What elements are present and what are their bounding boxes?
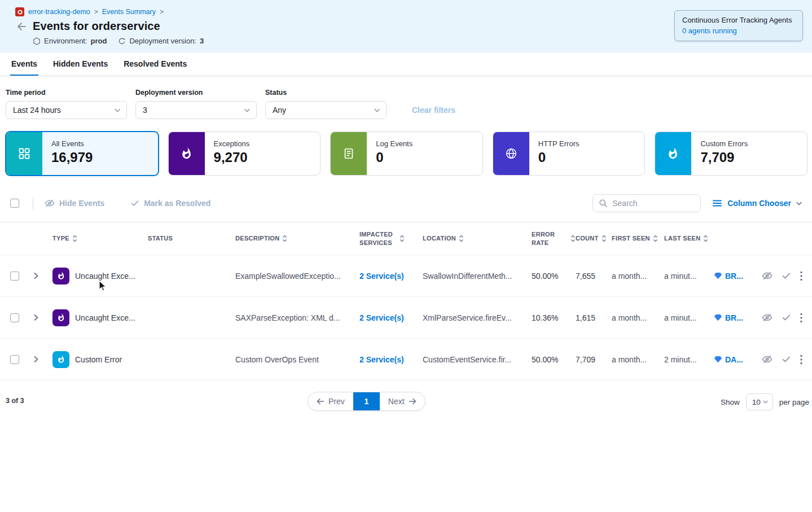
event-stat-cards: All Events 16,979 Exceptions 9,270 Log E… [6,132,807,176]
row-actions [758,270,812,281]
breadcrumb-events-summary-link[interactable]: Events Summary [102,8,156,16]
card-exceptions[interactable]: Exceptions 9,270 [168,132,321,176]
column-header-impacted-services[interactable]: IMPACTED SERVICES [359,230,423,247]
page-title: Events for orderservice [33,20,160,33]
next-page-button[interactable]: Next [380,392,425,410]
row-actions [758,354,812,365]
tab-events[interactable]: Events [10,52,38,76]
card-http-errors[interactable]: HTTP Errors 0 [493,132,646,176]
mark-resolved-button[interactable]: Mark as Resolved [130,199,210,208]
table-row[interactable]: Uncaught Exce... SAXParseException: XML … [0,297,812,339]
arrow-right-icon [409,398,416,405]
row-checkbox[interactable] [10,313,19,322]
version-link[interactable]: DA... [714,355,758,364]
environment-label: Environment: [44,37,87,45]
chevron-down-icon [115,108,120,112]
sort-icon [400,235,405,242]
error-rate-cell: 50.00% [532,355,576,364]
version-link[interactable]: BR... [714,272,758,281]
toolbar-divider [33,197,33,209]
time-period-filter: Time period Last 24 hours [6,89,127,119]
status-filter: Status Any [265,89,387,119]
page-size-select[interactable]: 10 [746,393,773,410]
event-type-cell: Uncaught Exce... [47,309,148,326]
tab-resolved-events[interactable]: Resolved Events [122,52,188,76]
time-period-select[interactable]: Last 24 hours [6,101,127,119]
deployment-version-label: Deployment version [135,89,257,97]
column-header-description[interactable]: DESCRIPTION [235,234,359,242]
kebab-menu-icon[interactable] [800,355,802,365]
column-header-status: STATUS [148,234,235,242]
row-checkbox[interactable] [10,355,19,364]
expand-chevron-icon[interactable] [30,353,47,365]
row-checkbox[interactable] [10,272,19,281]
tab-hidden-events[interactable]: Hidden Events [52,52,109,76]
column-chooser-button[interactable]: Column Chooser [712,198,802,208]
status-select[interactable]: Any [265,101,387,119]
pagination-bar: 3 of 3 Prev 1 Next Show 10 per page [0,392,812,414]
column-header-last-seen[interactable]: LAST SEEN [664,234,714,242]
time-period-label: Time period [6,89,127,97]
status-label: Status [265,89,387,97]
column-header-count[interactable]: COUNT [576,234,612,242]
table-toolbar: Hide Events Mark as Resolved Column Choo… [0,194,812,213]
card-label: Log Events [376,139,412,148]
hide-event-icon[interactable] [762,270,773,281]
search-input[interactable] [612,199,691,208]
check-icon [130,199,139,208]
card-value: 7,709 [700,150,748,165]
pager: Prev 1 Next [308,392,425,411]
location-cell: SwallowInDifferentMeth... [423,272,532,281]
expand-chevron-icon[interactable] [30,312,47,323]
hide-events-button[interactable]: Hide Events [45,198,104,208]
impacted-services-link[interactable]: 2 Service(s) [359,313,423,322]
card-value: 0 [376,150,412,165]
row-actions [758,312,812,323]
deployment-version-filter: Deployment version 3 [135,89,257,119]
eye-off-icon [45,198,55,208]
column-header-first-seen[interactable]: FIRST SEEN [612,234,664,242]
arrow-left-icon [317,398,324,405]
expand-chevron-icon[interactable] [30,270,47,282]
first-seen-cell: a month... [612,313,664,322]
resolve-check-icon[interactable] [782,271,791,281]
column-header-type[interactable]: TYPE [47,234,148,242]
table-row[interactable]: Uncaught Exce... ExampleSwallowedExcepti… [0,255,812,297]
kebab-menu-icon[interactable] [800,271,802,281]
card-label: All Events [51,139,93,148]
impacted-services-link[interactable]: 2 Service(s) [359,355,423,364]
sort-icon [282,235,287,242]
hide-event-icon[interactable] [762,312,773,323]
column-header-error-rate[interactable]: ERROR RATE [532,230,576,247]
deployment-version-select[interactable]: 3 [135,101,257,119]
sort-icon [703,235,708,242]
current-page-button[interactable]: 1 [353,392,380,410]
clear-filters-button[interactable]: Clear filters [412,106,455,115]
impacted-services-link[interactable]: 2 Service(s) [359,272,423,281]
resolve-check-icon[interactable] [782,313,791,322]
first-seen-cell: a month... [612,272,664,281]
agents-running-link[interactable]: 0 agents running [682,27,795,35]
tab-bar: Events Hidden Events Resolved Events [0,52,812,76]
count-cell: 7,709 [576,355,612,364]
kebab-menu-icon[interactable] [800,313,802,323]
sort-icon [602,235,607,242]
sort-icon [459,235,464,242]
hide-event-icon[interactable] [762,354,773,365]
card-all-events[interactable]: All Events 16,979 [6,132,159,176]
back-arrow-icon[interactable] [15,21,27,32]
breadcrumb-project-link[interactable]: error-tracking-demo [28,8,90,16]
table-row[interactable]: Custom Error Custom OverOps Event 2 Serv… [0,339,812,380]
version-link[interactable]: BR... [714,313,758,322]
column-header-location[interactable]: LOCATION [423,234,532,242]
select-all-checkbox[interactable] [10,199,19,208]
card-custom-errors[interactable]: Custom Errors 7,709 [655,132,807,176]
page-header: error-tracking-demo > Events Summary > E… [0,0,812,52]
deployment-label: Deployment version: [129,37,196,45]
location-cell: CustomEventService.fir... [423,355,532,364]
card-log-events[interactable]: Log Events 0 [330,132,483,176]
environment-meta: Environment: prod [33,37,107,45]
prev-page-button[interactable]: Prev [308,392,353,410]
resolve-check-icon[interactable] [782,355,791,364]
breadcrumb-separator: > [94,8,98,16]
